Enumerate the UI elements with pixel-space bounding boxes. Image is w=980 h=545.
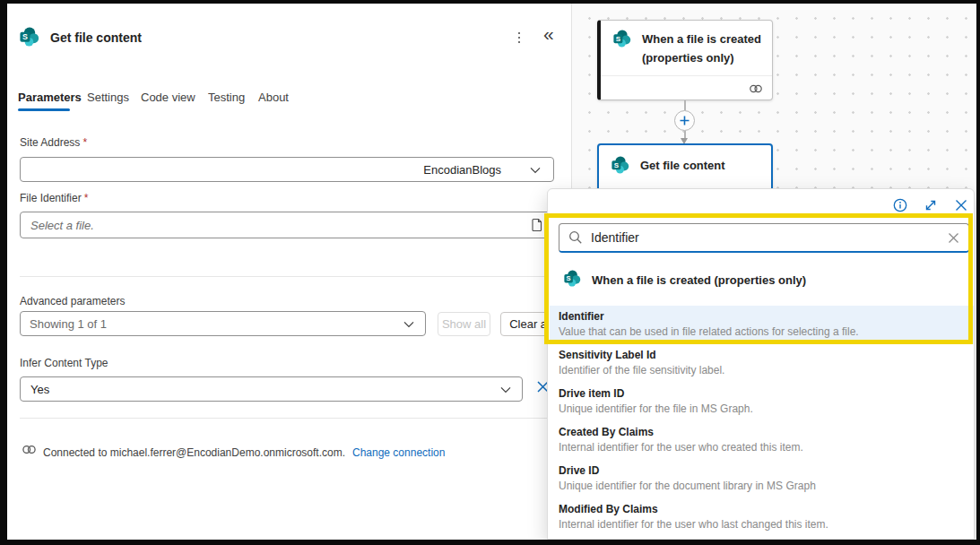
- trigger-node[interactable]: When a file is created (properties only): [597, 20, 773, 100]
- change-connection-link[interactable]: Change connection: [352, 446, 445, 459]
- action-title: Get file content: [640, 156, 725, 175]
- trigger-title: When a file is created (properties only): [642, 30, 761, 67]
- panel-title: Get file content: [50, 30, 142, 45]
- designer-window: When a file is created (properties only)…: [7, 4, 976, 540]
- list-item-created-by-claims[interactable]: Created By Claims Internal identifier fo…: [550, 421, 974, 460]
- item-desc: Internal identifier for the user who cre…: [559, 441, 974, 454]
- sharepoint-icon: [613, 30, 631, 51]
- site-address-value: EncodianBlogs: [423, 163, 501, 177]
- tab-parameters[interactable]: Parameters: [18, 91, 82, 104]
- section-divider: [20, 276, 554, 277]
- advanced-parameters-value: Showing 1 of 1: [30, 317, 107, 331]
- site-address-combobox[interactable]: EncodianBlogs: [20, 157, 554, 182]
- tab-testing[interactable]: Testing: [208, 91, 245, 104]
- sharepoint-icon: [564, 270, 581, 290]
- expand-icon[interactable]: [924, 198, 938, 212]
- item-title: Identifier: [559, 310, 974, 323]
- sharepoint-icon: [20, 27, 39, 50]
- active-tab-indicator: [18, 108, 70, 111]
- plus-icon: [680, 116, 689, 125]
- item-desc: Identifier of the file sensitivity label…: [559, 364, 974, 376]
- close-icon[interactable]: [954, 198, 968, 212]
- item-desc: Internal identifier for the user who las…: [559, 518, 974, 531]
- item-title: Drive item ID: [559, 387, 974, 400]
- list-item-identifier[interactable]: Identifier Value that can be used in fil…: [550, 306, 974, 344]
- tab-code-view[interactable]: Code view: [141, 91, 195, 104]
- dynamic-content-popup: When a file is created (properties only)…: [547, 188, 975, 540]
- connection-icon: [22, 443, 37, 459]
- collapse-panel-icon[interactable]: «: [543, 23, 554, 45]
- chevron-down-icon[interactable]: [530, 161, 541, 177]
- footer-divider: [20, 418, 547, 419]
- list-item-modified-by-claims[interactable]: Modified By Claims Internal identifier f…: [550, 498, 974, 537]
- item-desc: Value that can be used in file related a…: [559, 325, 974, 338]
- item-desc: Unique identifier for the file in MS Gra…: [559, 402, 974, 415]
- search-input[interactable]: [591, 230, 948, 245]
- item-desc: Unique identifier for the document libra…: [559, 480, 974, 492]
- list-item-drive-item-id[interactable]: Drive item ID Unique identifier for the …: [550, 383, 974, 421]
- dynamic-content-searchbox[interactable]: [559, 223, 969, 253]
- advanced-parameters-dropdown[interactable]: Showing 1 of 1: [20, 311, 426, 336]
- item-title: Modified By Claims: [559, 503, 974, 515]
- infer-content-type-label: Infer Content Type: [20, 357, 108, 369]
- more-options-icon[interactable]: [512, 29, 526, 47]
- item-title: Sensitivity Label Id: [559, 349, 974, 361]
- connection-status: Connected to michael.ferrer@EncodianDemo…: [43, 446, 345, 459]
- trigger-footer: [601, 75, 772, 99]
- file-identifier-input[interactable]: Select a file.: [20, 212, 554, 238]
- item-title: Drive ID: [559, 464, 974, 477]
- tab-settings[interactable]: Settings: [87, 91, 129, 104]
- chevron-down-icon[interactable]: [403, 316, 414, 332]
- list-item-drive-id[interactable]: Drive ID Unique identifier for the docum…: [550, 460, 974, 498]
- popup-toolbar: [893, 198, 968, 212]
- item-title: Created By Claims: [559, 426, 974, 438]
- connector-line: [684, 100, 686, 110]
- chevron-down-icon[interactable]: [500, 381, 511, 397]
- site-address-label: Site Address*: [20, 136, 87, 149]
- file-picker-icon[interactable]: [531, 218, 542, 235]
- sharepoint-icon: [611, 156, 629, 177]
- dynamic-content-list: Identifier Value that can be used in fil…: [550, 306, 974, 537]
- dynamic-content-group-header: When a file is created (properties only): [564, 270, 806, 290]
- screenshot-frame: When a file is created (properties only)…: [0, 0, 980, 545]
- tab-about[interactable]: About: [258, 91, 289, 104]
- info-icon[interactable]: [893, 198, 907, 212]
- clear-search-icon[interactable]: [948, 232, 959, 244]
- show-all-button[interactable]: Show all: [438, 312, 490, 336]
- insert-step-button[interactable]: [674, 110, 695, 131]
- list-item-sensitivity-label-id[interactable]: Sensitivity Label Id Identifier of the f…: [550, 344, 974, 383]
- infer-content-type-value: Yes: [30, 383, 49, 396]
- file-identifier-label: File Identifier*: [20, 192, 88, 204]
- search-icon: [568, 230, 583, 245]
- advanced-parameters-label: Advanced parameters: [20, 295, 125, 307]
- infer-content-type-dropdown[interactable]: Yes: [20, 376, 523, 402]
- file-identifier-placeholder: Select a file.: [30, 219, 94, 232]
- connection-reference-icon: [749, 82, 763, 98]
